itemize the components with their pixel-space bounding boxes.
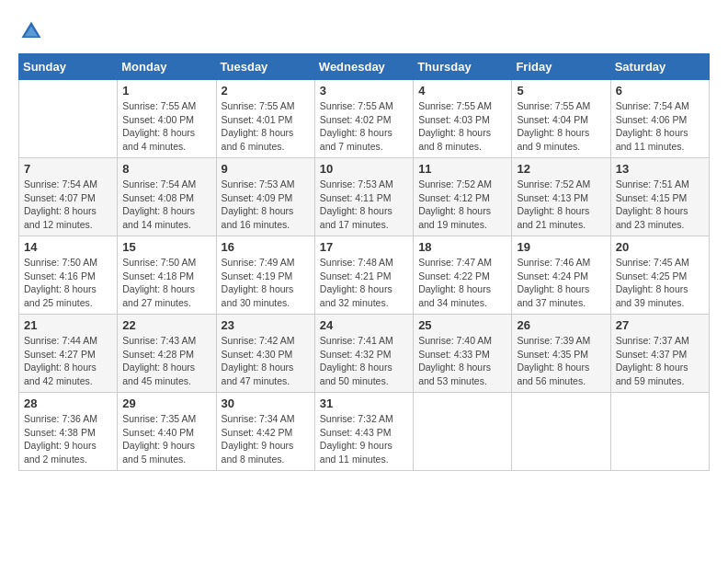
calendar-cell: 29Sunrise: 7:35 AM Sunset: 4:40 PM Dayli…	[118, 393, 216, 471]
day-info: Sunrise: 7:40 AM Sunset: 4:33 PM Dayligh…	[418, 334, 506, 388]
day-number: 31	[320, 396, 408, 410]
col-header-tuesday: Tuesday	[216, 54, 314, 80]
calendar-cell: 27Sunrise: 7:37 AM Sunset: 4:37 PM Dayli…	[610, 315, 709, 393]
day-number: 19	[517, 240, 605, 254]
day-number: 15	[122, 240, 210, 254]
day-info: Sunrise: 7:36 AM Sunset: 4:38 PM Dayligh…	[24, 412, 112, 466]
day-number: 7	[24, 162, 112, 176]
day-info: Sunrise: 7:53 AM Sunset: 4:09 PM Dayligh…	[222, 178, 310, 232]
day-number: 13	[616, 162, 704, 176]
day-number: 29	[122, 396, 210, 410]
calendar-cell: 18Sunrise: 7:47 AM Sunset: 4:22 PM Dayli…	[414, 236, 512, 315]
calendar-cell: 2Sunrise: 7:55 AM Sunset: 4:01 PM Daylig…	[216, 80, 314, 158]
calendar-cell: 31Sunrise: 7:32 AM Sunset: 4:43 PM Dayli…	[314, 393, 413, 471]
day-info: Sunrise: 7:55 AM Sunset: 4:01 PM Dayligh…	[222, 99, 310, 154]
day-info: Sunrise: 7:44 AM Sunset: 4:27 PM Dayligh…	[24, 334, 112, 388]
day-number: 16	[222, 240, 310, 254]
day-number: 3	[320, 84, 408, 98]
day-number: 27	[616, 318, 704, 332]
col-header-wednesday: Wednesday	[314, 54, 413, 80]
day-number: 6	[616, 84, 704, 98]
calendar-cell: 13Sunrise: 7:51 AM Sunset: 4:15 PM Dayli…	[610, 158, 709, 236]
calendar-cell: 24Sunrise: 7:41 AM Sunset: 4:32 PM Dayli…	[314, 315, 413, 393]
day-info: Sunrise: 7:48 AM Sunset: 4:21 PM Dayligh…	[320, 256, 408, 310]
day-number: 11	[418, 162, 506, 176]
week-row-5: 28Sunrise: 7:36 AM Sunset: 4:38 PM Dayli…	[19, 393, 710, 471]
calendar-cell: 19Sunrise: 7:46 AM Sunset: 4:24 PM Dayli…	[512, 236, 610, 315]
day-number: 30	[222, 396, 310, 410]
day-info: Sunrise: 7:32 AM Sunset: 4:43 PM Dayligh…	[320, 412, 408, 466]
col-header-thursday: Thursday	[414, 54, 512, 80]
day-number: 2	[222, 84, 310, 98]
calendar-cell: 17Sunrise: 7:48 AM Sunset: 4:21 PM Dayli…	[314, 236, 413, 315]
logo-icon	[18, 18, 44, 44]
calendar-cell: 7Sunrise: 7:54 AM Sunset: 4:07 PM Daylig…	[19, 158, 118, 236]
day-number: 23	[222, 318, 310, 332]
calendar-table: SundayMondayTuesdayWednesdayThursdayFrid…	[18, 53, 710, 471]
calendar-cell: 9Sunrise: 7:53 AM Sunset: 4:09 PM Daylig…	[216, 158, 314, 236]
day-number: 5	[517, 84, 605, 98]
day-number: 14	[24, 240, 112, 254]
day-info: Sunrise: 7:47 AM Sunset: 4:22 PM Dayligh…	[418, 256, 506, 310]
week-row-2: 7Sunrise: 7:54 AM Sunset: 4:07 PM Daylig…	[19, 158, 710, 236]
day-number: 8	[122, 162, 210, 176]
day-info: Sunrise: 7:42 AM Sunset: 4:30 PM Dayligh…	[222, 334, 310, 388]
col-header-friday: Friday	[512, 54, 610, 80]
calendar-cell: 6Sunrise: 7:54 AM Sunset: 4:06 PM Daylig…	[610, 80, 709, 158]
day-info: Sunrise: 7:54 AM Sunset: 4:06 PM Dayligh…	[616, 99, 704, 154]
day-info: Sunrise: 7:43 AM Sunset: 4:28 PM Dayligh…	[122, 334, 210, 388]
day-info: Sunrise: 7:50 AM Sunset: 4:16 PM Dayligh…	[24, 256, 112, 310]
logo	[18, 18, 48, 44]
day-info: Sunrise: 7:41 AM Sunset: 4:32 PM Dayligh…	[320, 334, 408, 388]
day-info: Sunrise: 7:37 AM Sunset: 4:37 PM Dayligh…	[616, 334, 704, 388]
calendar-cell: 30Sunrise: 7:34 AM Sunset: 4:42 PM Dayli…	[216, 393, 314, 471]
day-number: 25	[418, 318, 506, 332]
day-info: Sunrise: 7:50 AM Sunset: 4:18 PM Dayligh…	[122, 256, 210, 310]
day-number: 21	[24, 318, 112, 332]
day-info: Sunrise: 7:39 AM Sunset: 4:35 PM Dayligh…	[517, 334, 605, 388]
calendar-cell: 25Sunrise: 7:40 AM Sunset: 4:33 PM Dayli…	[414, 315, 512, 393]
week-row-4: 21Sunrise: 7:44 AM Sunset: 4:27 PM Dayli…	[19, 315, 710, 393]
day-number: 4	[418, 84, 506, 98]
day-number: 20	[616, 240, 704, 254]
day-info: Sunrise: 7:53 AM Sunset: 4:11 PM Dayligh…	[320, 178, 408, 232]
calendar-cell: 23Sunrise: 7:42 AM Sunset: 4:30 PM Dayli…	[216, 315, 314, 393]
calendar-cell: 20Sunrise: 7:45 AM Sunset: 4:25 PM Dayli…	[610, 236, 709, 315]
calendar-cell: 8Sunrise: 7:54 AM Sunset: 4:08 PM Daylig…	[118, 158, 216, 236]
calendar-cell: 1Sunrise: 7:55 AM Sunset: 4:00 PM Daylig…	[118, 80, 216, 158]
day-number: 10	[320, 162, 408, 176]
header	[18, 18, 710, 44]
calendar-cell: 26Sunrise: 7:39 AM Sunset: 4:35 PM Dayli…	[512, 315, 610, 393]
day-info: Sunrise: 7:51 AM Sunset: 4:15 PM Dayligh…	[616, 178, 704, 232]
calendar-cell: 10Sunrise: 7:53 AM Sunset: 4:11 PM Dayli…	[314, 158, 413, 236]
day-info: Sunrise: 7:54 AM Sunset: 4:08 PM Dayligh…	[122, 178, 210, 232]
day-number: 1	[122, 84, 210, 98]
col-header-monday: Monday	[118, 54, 216, 80]
day-info: Sunrise: 7:46 AM Sunset: 4:24 PM Dayligh…	[517, 256, 605, 310]
day-number: 28	[24, 396, 112, 410]
week-row-1: 1Sunrise: 7:55 AM Sunset: 4:00 PM Daylig…	[19, 80, 710, 158]
day-info: Sunrise: 7:55 AM Sunset: 4:02 PM Dayligh…	[320, 99, 408, 154]
day-info: Sunrise: 7:52 AM Sunset: 4:13 PM Dayligh…	[517, 178, 605, 232]
day-number: 26	[517, 318, 605, 332]
calendar-cell: 22Sunrise: 7:43 AM Sunset: 4:28 PM Dayli…	[118, 315, 216, 393]
calendar-cell: 15Sunrise: 7:50 AM Sunset: 4:18 PM Dayli…	[118, 236, 216, 315]
day-number: 24	[320, 318, 408, 332]
calendar-cell	[512, 393, 610, 471]
day-number: 9	[222, 162, 310, 176]
calendar-cell: 3Sunrise: 7:55 AM Sunset: 4:02 PM Daylig…	[314, 80, 413, 158]
day-info: Sunrise: 7:45 AM Sunset: 4:25 PM Dayligh…	[616, 256, 704, 310]
col-header-sunday: Sunday	[19, 54, 118, 80]
calendar-cell: 12Sunrise: 7:52 AM Sunset: 4:13 PM Dayli…	[512, 158, 610, 236]
day-number: 18	[418, 240, 506, 254]
calendar-cell: 14Sunrise: 7:50 AM Sunset: 4:16 PM Dayli…	[19, 236, 118, 315]
day-number: 12	[517, 162, 605, 176]
calendar-cell: 5Sunrise: 7:55 AM Sunset: 4:04 PM Daylig…	[512, 80, 610, 158]
calendar-cell: 4Sunrise: 7:55 AM Sunset: 4:03 PM Daylig…	[414, 80, 512, 158]
calendar-cell	[610, 393, 709, 471]
calendar-cell: 28Sunrise: 7:36 AM Sunset: 4:38 PM Dayli…	[19, 393, 118, 471]
day-info: Sunrise: 7:49 AM Sunset: 4:19 PM Dayligh…	[222, 256, 310, 310]
calendar-cell	[19, 80, 118, 158]
calendar-cell	[414, 393, 512, 471]
col-header-saturday: Saturday	[610, 54, 709, 80]
